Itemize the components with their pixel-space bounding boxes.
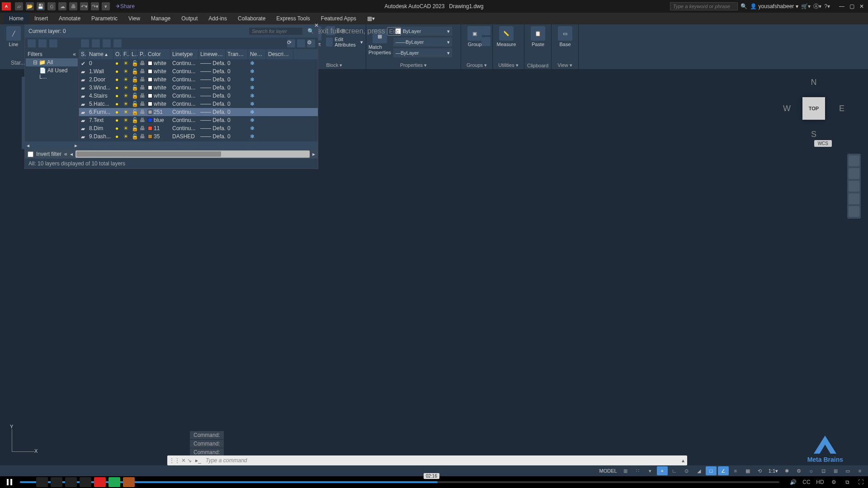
- col-linetype[interactable]: Linetype: [170, 49, 198, 59]
- status-units-icon[interactable]: ⊡: [818, 466, 829, 475]
- quality-icon[interactable]: HD: [816, 478, 825, 487]
- status-osnap-icon[interactable]: □: [706, 466, 717, 475]
- layer-color-cell[interactable]: white: [146, 60, 170, 67]
- base-button[interactable]: ▭ Base: [554, 26, 576, 47]
- status-custom-icon[interactable]: ≡: [854, 466, 865, 475]
- layer-lineweight-cell[interactable]: —— Defa...: [198, 117, 226, 124]
- set-current-icon[interactable]: [113, 39, 122, 47]
- layer-on-icon[interactable]: ●: [115, 117, 118, 123]
- help-icon[interactable]: ?▾: [824, 3, 830, 9]
- status-polar-icon[interactable]: ⊙: [681, 466, 692, 475]
- group-groups-label[interactable]: Groups ▾: [461, 62, 492, 68]
- layer-freeze-icon[interactable]: ☀: [123, 93, 128, 99]
- group-view-label[interactable]: View ▾: [552, 62, 578, 68]
- layer-color-cell[interactable]: white: [146, 68, 170, 75]
- status-otrack-icon[interactable]: ∠: [718, 466, 729, 475]
- layer-transparency-cell[interactable]: 0: [226, 60, 248, 67]
- layer-newvp-icon[interactable]: ❄: [250, 125, 255, 131]
- layer-on-icon[interactable]: ●: [115, 125, 118, 131]
- color-bylayer-dropdown[interactable]: ByLayer▾: [393, 27, 452, 36]
- layer-description-cell[interactable]: [266, 79, 293, 80]
- layer-lock-icon[interactable]: 🔓: [132, 109, 138, 115]
- layer-description-cell[interactable]: [266, 95, 293, 96]
- qat-undo-icon[interactable]: ↶▾: [80, 2, 88, 10]
- status-scale-label[interactable]: 1:1▾: [767, 468, 780, 474]
- layer-linetype-cell[interactable]: Continu...: [170, 68, 198, 75]
- layer-transparency-cell[interactable]: 0: [226, 117, 248, 124]
- edit-attr-button[interactable]: Edit Attributes ▾: [326, 37, 363, 47]
- account-icon[interactable]: Ⓐ▾: [813, 3, 821, 10]
- layer-name-cell[interactable]: 8.Dim: [87, 125, 113, 132]
- layer-lock-icon[interactable]: 🔓: [132, 125, 138, 131]
- status-transp-icon[interactable]: ▦: [742, 466, 753, 475]
- grid-scroll-right-icon[interactable]: ▸: [312, 151, 315, 157]
- tab-annotate[interactable]: Annotate: [53, 13, 86, 24]
- layer-freeze-icon[interactable]: ☀: [123, 84, 128, 91]
- delete-layer-icon[interactable]: [103, 39, 111, 47]
- layer-row[interactable]: ▰7.Text●☀🔓🖶blueContinu...—— Defa...0❄: [79, 116, 318, 124]
- tab-featured[interactable]: Featured Apps: [316, 13, 362, 24]
- cmd-recent-icon[interactable]: ↘: [187, 457, 192, 464]
- layer-row[interactable]: ▰2.Door●☀🔓🖶whiteContinu...—— Defa...0❄: [79, 75, 318, 84]
- filter-all[interactable]: ⊟ 📁 All: [26, 58, 78, 66]
- tab-home[interactable]: Home: [4, 13, 29, 24]
- layer-freeze-icon[interactable]: ☀: [123, 68, 128, 75]
- viewcube-top-face[interactable]: TOP: [802, 97, 825, 120]
- user-menu-button[interactable]: 👤 yousafshabeer ▾: [750, 3, 799, 9]
- layer-newvp-icon[interactable]: ❄: [250, 133, 255, 140]
- status-ws-icon[interactable]: ⚙: [793, 466, 804, 475]
- paste-button[interactable]: 📋 Paste: [527, 26, 549, 47]
- layer-newvp-icon[interactable]: ❄: [250, 109, 255, 115]
- layer-description-cell[interactable]: [266, 120, 293, 121]
- freeze-layer-icon[interactable]: [92, 39, 100, 47]
- layer-color-cell[interactable]: 251: [146, 108, 170, 116]
- layer-plot-icon[interactable]: 🖶: [140, 76, 145, 83]
- layer-freeze-icon[interactable]: ☀: [123, 133, 128, 140]
- compass-n-label[interactable]: N: [811, 78, 817, 87]
- taskbar-windows-icon[interactable]: [36, 477, 48, 487]
- start-tab-label[interactable]: Star...: [11, 60, 25, 66]
- col-newvp[interactable]: New...: [248, 49, 266, 59]
- col-description[interactable]: Descript...: [266, 49, 293, 59]
- layer-transparency-cell[interactable]: 0: [226, 84, 248, 91]
- status-anno-icon[interactable]: ✱: [781, 466, 792, 475]
- collapse-filters-icon[interactable]: «: [73, 51, 76, 57]
- layer-lineweight-cell[interactable]: —— Defa...: [198, 84, 226, 91]
- layer-color-cell[interactable]: white: [146, 84, 170, 91]
- layer-lock-icon[interactable]: 🔓: [132, 101, 138, 107]
- nav-wheel-icon[interactable]: [849, 155, 859, 166]
- maximize-window-button[interactable]: ▢: [847, 2, 856, 11]
- toggle-icon[interactable]: [297, 39, 305, 47]
- layer-row[interactable]: ▰8.Dim●☀🔓🖶11Continu...—— Defa...0❄: [79, 124, 318, 132]
- tab-addins[interactable]: Add-ins: [203, 13, 232, 24]
- filter-all-used[interactable]: 📄 All Used L...: [26, 66, 78, 81]
- layer-plot-icon[interactable]: 🖶: [140, 84, 145, 91]
- command-input[interactable]: Type a command: [203, 457, 679, 464]
- pause-button[interactable]: [3, 476, 16, 488]
- layer-name-cell[interactable]: 6.Furni...: [87, 108, 113, 116]
- autodesk-app-icon[interactable]: 🛒▾: [801, 3, 811, 9]
- taskbar-search-icon[interactable]: [51, 477, 62, 487]
- collapse-invert-icon[interactable]: «: [64, 151, 67, 157]
- qat-web-icon[interactable]: ☁: [58, 2, 66, 10]
- layer-plot-icon[interactable]: 🖶: [140, 60, 145, 66]
- taskbar-app1-icon[interactable]: [65, 477, 77, 487]
- player-settings-icon[interactable]: ⚙: [829, 478, 838, 487]
- col-color[interactable]: Color: [146, 49, 170, 59]
- refresh-icon[interactable]: ⟳: [287, 39, 295, 47]
- layer-color-cell[interactable]: 11: [146, 125, 170, 132]
- taskbar-app3-icon[interactable]: [94, 477, 106, 487]
- status-grid-icon[interactable]: ⊞: [620, 466, 631, 475]
- qat-save-icon[interactable]: 💾: [37, 2, 45, 10]
- layer-newvp-icon[interactable]: ❄: [250, 60, 255, 66]
- layer-transparency-cell[interactable]: 0: [226, 76, 248, 83]
- layer-plot-icon[interactable]: 🖶: [140, 125, 145, 131]
- cmd-close-icon[interactable]: ✕: [181, 457, 186, 464]
- nav-zoom-icon[interactable]: [849, 181, 859, 192]
- layer-freeze-icon[interactable]: ☀: [123, 117, 128, 123]
- col-status[interactable]: S..: [79, 49, 87, 59]
- tab-output[interactable]: Output: [176, 13, 203, 24]
- layer-transparency-cell[interactable]: 0: [226, 68, 248, 75]
- layer-row[interactable]: ▰1.Wall●☀🔓🖶whiteContinu...—— Defa...0❄: [79, 67, 318, 75]
- compass-s-label[interactable]: S: [811, 130, 816, 139]
